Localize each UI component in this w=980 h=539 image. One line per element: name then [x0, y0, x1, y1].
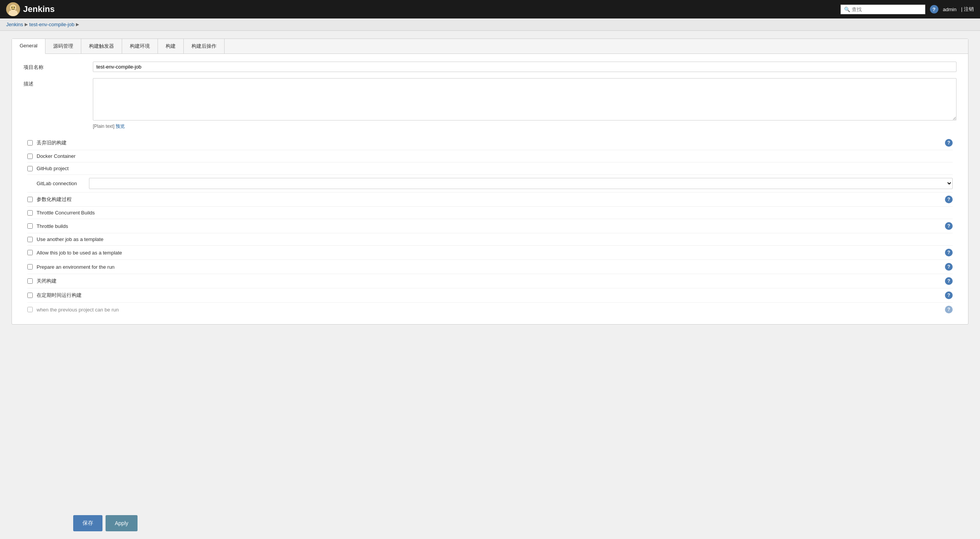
svg-point-2	[8, 10, 18, 16]
help-icon-extra2[interactable]: ?	[945, 306, 953, 313]
header: Jenkins 🔍 ? admin | 注销	[0, 0, 980, 18]
description-textarea[interactable]	[93, 78, 957, 121]
label-extra2: when the previous project can be run	[37, 307, 941, 313]
username: admin	[943, 7, 957, 12]
label-allow-as-template[interactable]: Allow this job to be used as a template	[37, 250, 941, 256]
help-icon-allow-template[interactable]: ?	[945, 249, 953, 256]
checkbox-row-extra1: 在定期时间运行构建 ?	[27, 288, 953, 303]
breadcrumb-separator-1: ▶	[25, 22, 28, 27]
checkbox-row-use-template: Use another job as a template	[27, 233, 953, 246]
description-label: 描述	[23, 78, 85, 87]
gitlab-connection-select[interactable]	[89, 178, 953, 189]
breadcrumb-separator-2: ▶	[76, 22, 79, 27]
search-input[interactable]	[852, 7, 922, 12]
checkbox-extra2[interactable]	[27, 307, 33, 312]
tab-build[interactable]: 构建	[158, 39, 184, 54]
label-throttle-builds[interactable]: Throttle builds	[37, 223, 941, 229]
checkbox-github-project[interactable]	[27, 166, 33, 171]
checkbox-parametrized-build[interactable]	[27, 197, 33, 202]
main-content: General 源码管理 构建触发器 构建环境 构建 构建后操作 项目名称 描述	[0, 31, 980, 332]
description-hint: [Plain text] 预览	[93, 123, 957, 130]
form-content: 项目名称 描述 [Plain text] 预览	[12, 54, 968, 324]
project-name-row: 项目名称	[23, 62, 957, 72]
checkbox-extra1[interactable]	[27, 293, 33, 298]
tab-build-triggers[interactable]: 构建触发器	[81, 39, 122, 54]
logo[interactable]: Jenkins	[6, 2, 55, 16]
checkbox-row-docker: Docker Container	[27, 150, 953, 162]
label-parametrized-build[interactable]: 参数化构建过程	[37, 196, 941, 203]
label-close-build[interactable]: 关闭构建	[37, 278, 941, 285]
tab-source-mgmt[interactable]: 源码管理	[45, 39, 81, 54]
label-github-project[interactable]: GitHub project	[37, 166, 953, 171]
help-icon-prepare-env[interactable]: ?	[945, 263, 953, 271]
breadcrumb-jenkins[interactable]: Jenkins	[6, 22, 23, 27]
logout-link[interactable]: | 注销	[961, 6, 974, 13]
checkbox-row-github: GitHub project	[27, 162, 953, 175]
checkbox-throttle-concurrent[interactable]	[27, 210, 33, 216]
help-icon[interactable]: ?	[930, 5, 938, 13]
app-title: Jenkins	[23, 4, 55, 14]
checkbox-docker-container[interactable]	[27, 154, 33, 159]
description-field: [Plain text] 预览	[93, 78, 957, 130]
checkbox-row-parametrized: 参数化构建过程 ?	[27, 192, 953, 207]
help-icon-throttle-builds[interactable]: ?	[945, 222, 953, 230]
help-icon-parametrized[interactable]: ?	[945, 196, 953, 203]
search-icon: 🔍	[844, 7, 850, 12]
label-prepare-env[interactable]: Prepare an environment for the run	[37, 264, 941, 270]
tabs: General 源码管理 构建触发器 构建环境 构建 构建后操作	[12, 39, 968, 54]
tab-build-env[interactable]: 构建环境	[122, 39, 158, 54]
checkbox-use-as-template[interactable]	[27, 237, 33, 242]
checkbox-row-discard: 丢弃旧的构建 ?	[27, 136, 953, 150]
help-icon-extra1[interactable]: ?	[945, 291, 953, 299]
tab-post-build[interactable]: 构建后操作	[184, 39, 225, 54]
description-row: 描述 [Plain text] 预览	[23, 78, 957, 130]
gitlab-label: GitLab connection	[27, 181, 85, 186]
svg-point-5	[14, 7, 15, 8]
checkbox-allow-as-template[interactable]	[27, 250, 33, 255]
help-icon-close-build[interactable]: ?	[945, 277, 953, 285]
label-use-as-template[interactable]: Use another job as a template	[37, 236, 953, 242]
project-name-input[interactable]	[93, 62, 957, 72]
svg-point-4	[12, 7, 13, 8]
checkbox-discard-builds[interactable]	[27, 140, 33, 146]
tab-general[interactable]: General	[12, 39, 45, 54]
checkbox-throttle-builds[interactable]	[27, 223, 33, 229]
checkboxes-section: 丢弃旧的构建 ? Docker Container GitHub project…	[23, 136, 957, 316]
checkbox-row-throttle-builds: Throttle builds ?	[27, 219, 953, 233]
config-panel: General 源码管理 构建触发器 构建环境 构建 构建后操作 项目名称 描述	[12, 38, 968, 325]
project-name-label: 项目名称	[23, 62, 85, 71]
label-docker-container[interactable]: Docker Container	[37, 153, 953, 159]
breadcrumb-job[interactable]: test-env-compile-job	[29, 22, 74, 27]
label-discard-builds[interactable]: 丢弃旧的构建	[37, 139, 941, 146]
checkbox-row-close-build: 关闭构建 ?	[27, 274, 953, 288]
checkbox-row-prepare-env: Prepare an environment for the run ?	[27, 260, 953, 274]
label-extra1[interactable]: 在定期时间运行构建	[37, 292, 941, 299]
gitlab-connection-row: GitLab connection	[27, 175, 953, 192]
label-throttle-concurrent[interactable]: Throttle Concurrent Builds	[37, 210, 953, 216]
preview-link[interactable]: 预览	[116, 124, 125, 129]
help-icon-discard[interactable]: ?	[945, 139, 953, 147]
checkbox-row-throttle-concurrent: Throttle Concurrent Builds	[27, 207, 953, 219]
checkbox-close-build[interactable]	[27, 278, 33, 284]
project-name-field	[93, 62, 957, 72]
logo-icon	[6, 2, 20, 16]
checkbox-row-allow-template: Allow this job to be used as a template …	[27, 246, 953, 260]
search-bar[interactable]: 🔍	[841, 5, 925, 14]
checkbox-prepare-env[interactable]	[27, 264, 33, 270]
checkbox-row-extra2: when the previous project can be run ?	[27, 303, 953, 316]
breadcrumb: Jenkins ▶ test-env-compile-job ▶	[0, 18, 980, 31]
